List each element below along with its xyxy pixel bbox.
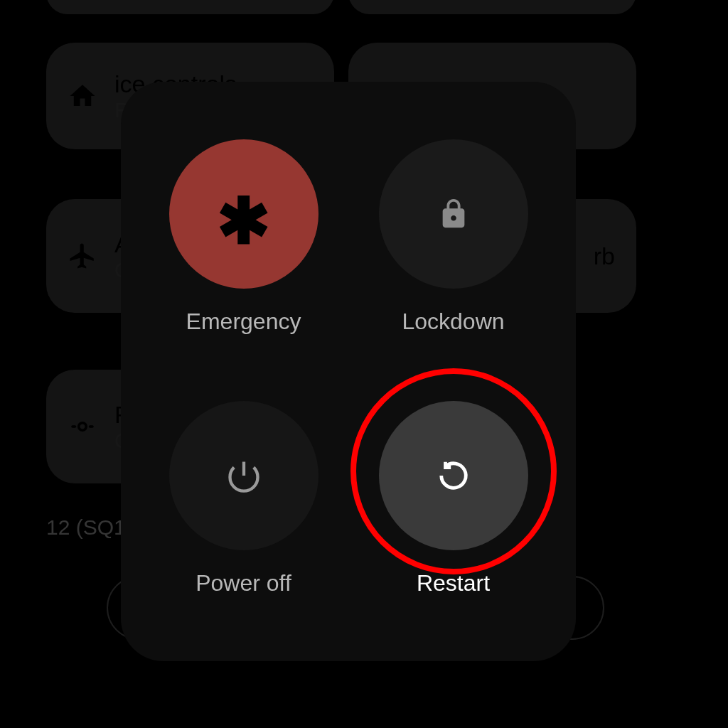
- restart-icon: [437, 459, 470, 492]
- poweroff-circle: [169, 401, 318, 550]
- restart-label: Restart: [417, 570, 490, 596]
- power-icon: [225, 457, 262, 494]
- lockdown-button[interactable]: Lockdown: [352, 117, 555, 358]
- home-icon: [68, 81, 97, 111]
- emergency-button[interactable]: ✱ Emergency: [142, 117, 345, 358]
- bg-tile: [46, 0, 334, 14]
- bg-tile: [348, 0, 636, 14]
- emergency-label: Emergency: [186, 309, 301, 335]
- airplane-icon: [68, 241, 97, 271]
- emergency-circle: ✱: [169, 139, 318, 289]
- tile-title: rb: [594, 242, 615, 270]
- focus-icon: [68, 412, 97, 441]
- version-text: 12 (SQ1: [46, 515, 126, 540]
- poweroff-button[interactable]: Power off: [142, 379, 345, 619]
- poweroff-label: Power off: [196, 570, 291, 596]
- restart-button[interactable]: Restart: [352, 379, 555, 619]
- lock-icon: [437, 198, 470, 230]
- asterisk-icon: ✱: [217, 189, 270, 253]
- lockdown-label: Lockdown: [402, 309, 504, 335]
- power-menu: ✱ Emergency Lockdown Power off: [121, 82, 576, 661]
- restart-circle: [379, 401, 528, 550]
- lockdown-circle: [379, 139, 528, 289]
